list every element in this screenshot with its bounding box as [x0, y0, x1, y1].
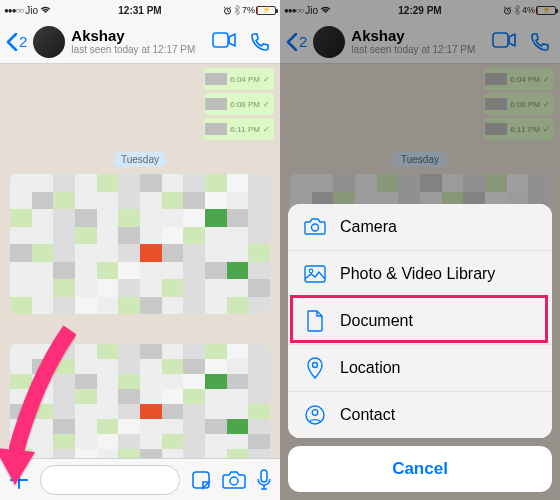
chat-scroll-area[interactable]: 6:04 PM✓ 6:08 PM✓ 6:11 PM✓ Tuesday	[0, 64, 280, 458]
message-input[interactable]	[40, 465, 180, 495]
camera-icon[interactable]	[222, 470, 246, 490]
day-separator: Tuesday	[113, 152, 167, 167]
screen-left-chat: ●●●○○ Jio 12:31 PM 7% ⚡	[0, 0, 280, 500]
message-bubble[interactable]: 6:08 PM✓	[204, 93, 274, 115]
attach-button[interactable]	[8, 469, 30, 491]
camera-icon	[304, 216, 326, 238]
svg-rect-1	[213, 33, 228, 47]
svg-point-12	[312, 410, 318, 416]
status-time: 12:31 PM	[0, 5, 280, 16]
svg-point-7	[312, 224, 319, 231]
sheet-label: Photo & Video Library	[340, 265, 495, 283]
svg-rect-2	[193, 472, 209, 488]
svg-rect-4	[261, 470, 267, 482]
sheet-label: Location	[340, 359, 401, 377]
media-message[interactable]	[10, 174, 270, 314]
contact-name: Akshay	[71, 28, 208, 45]
status-bar: ●●●○○ Jio 12:31 PM 7% ⚡	[0, 0, 280, 20]
back-count: 2	[19, 33, 27, 50]
svg-point-9	[309, 269, 313, 273]
location-icon	[304, 357, 326, 379]
sticker-icon[interactable]	[190, 469, 212, 491]
sheet-label: Contact	[340, 406, 395, 424]
video-call-icon[interactable]	[212, 32, 236, 52]
media-message[interactable]	[10, 344, 270, 458]
sheet-option-document[interactable]: Document	[288, 298, 552, 345]
sheet-option-camera[interactable]: Camera	[288, 204, 552, 251]
sheet-option-contact[interactable]: Contact	[288, 392, 552, 438]
svg-point-3	[230, 477, 238, 485]
chat-header: 2 Akshay last seen today at 12:17 PM	[0, 20, 280, 64]
sheet-cancel-button[interactable]: Cancel	[288, 446, 552, 492]
attachment-action-sheet: Camera Photo & Video Library Document	[288, 204, 552, 492]
svg-rect-8	[305, 266, 325, 282]
message-bubble[interactable]: 6:11 PM✓	[204, 118, 274, 140]
side-by-side-container: ●●●○○ Jio 12:31 PM 7% ⚡	[0, 0, 560, 500]
avatar[interactable]	[33, 26, 65, 58]
sheet-option-photo-video[interactable]: Photo & Video Library	[288, 251, 552, 298]
back-button[interactable]: 2	[6, 33, 27, 51]
last-seen: last seen today at 12:17 PM	[71, 44, 208, 55]
message-bubble[interactable]: 6:04 PM✓	[204, 68, 274, 90]
contact-icon	[304, 404, 326, 426]
photo-icon	[304, 263, 326, 285]
sheet-label: Camera	[340, 218, 397, 236]
sheet-option-location[interactable]: Location	[288, 345, 552, 392]
voice-call-icon[interactable]	[250, 32, 270, 52]
document-icon	[304, 310, 326, 332]
chat-title-block[interactable]: Akshay last seen today at 12:17 PM	[71, 28, 208, 56]
svg-point-10	[313, 363, 318, 368]
sheet-label: Document	[340, 312, 413, 330]
screen-right-actionsheet: ●●●○○ Jio 12:29 PM 4% ⚡	[280, 0, 560, 500]
mic-icon[interactable]	[256, 469, 272, 491]
input-toolbar	[0, 458, 280, 500]
